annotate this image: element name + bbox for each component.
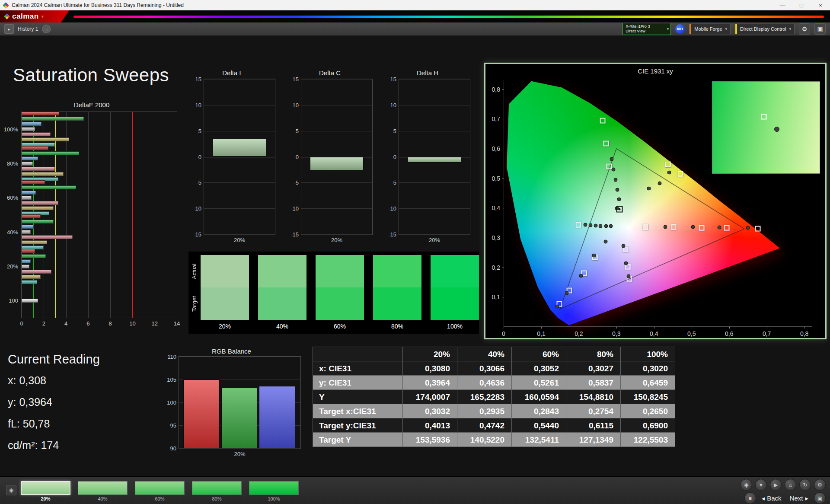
level-swatch bbox=[135, 481, 185, 495]
bar bbox=[22, 235, 73, 239]
rgb-balance-chart: RGB Balance 110105100959020% bbox=[161, 348, 302, 461]
table-cell: 122,5503 bbox=[621, 433, 675, 447]
measurement-dot bbox=[616, 188, 619, 191]
measurement-dot bbox=[579, 274, 583, 278]
x-tick-label: 10 bbox=[129, 320, 135, 327]
bar bbox=[22, 156, 38, 160]
bar bbox=[22, 162, 33, 166]
source-selector[interactable]: Mobile Forge ▾ bbox=[689, 24, 731, 34]
table-row: Target Y153,5936140,5220132,5411127,1349… bbox=[313, 433, 675, 447]
display-icon: ▣ bbox=[817, 495, 822, 501]
column-header: 80% bbox=[566, 347, 621, 361]
filter-button[interactable]: ▼ bbox=[755, 479, 767, 491]
measurement-dot bbox=[611, 168, 615, 172]
table-row: y: CIE310,39640,46360,52610,58370,6459 bbox=[313, 376, 675, 390]
target-row-label: Target bbox=[191, 287, 200, 320]
current-reading-title: Current Reading bbox=[8, 352, 100, 367]
bar bbox=[22, 201, 58, 205]
x-tick-label: 0,1 bbox=[537, 330, 545, 337]
stop-button[interactable]: ■ bbox=[744, 492, 756, 504]
display-button[interactable]: ▣ bbox=[814, 492, 826, 504]
next-button[interactable]: Next ▸ bbox=[787, 494, 811, 502]
saturation-level-button[interactable]: 40% bbox=[78, 481, 128, 501]
calman-menu-button[interactable]: calman ▾ bbox=[0, 10, 69, 22]
gridline bbox=[301, 234, 372, 235]
measurement-dot bbox=[667, 170, 671, 174]
y-tick-label: 95 bbox=[170, 422, 176, 429]
swatch-column: 60% bbox=[316, 255, 364, 334]
y-tick-label: 5 bbox=[198, 128, 201, 134]
measurement-dot bbox=[718, 225, 721, 229]
y-tick-label: 0,3 bbox=[492, 234, 500, 241]
saturation-level-button[interactable]: 60% bbox=[135, 481, 185, 501]
x-tick-label: 6 bbox=[86, 320, 89, 327]
eye-button[interactable]: ◉ bbox=[741, 479, 752, 491]
chart-title: RGB Balance bbox=[161, 348, 302, 355]
next-arrow-icon: ▸ bbox=[805, 494, 808, 502]
table-cell: 0,3964 bbox=[403, 376, 457, 390]
x-tick-label: 0,4 bbox=[650, 330, 658, 337]
refresh-button[interactable]: ↻ bbox=[799, 479, 811, 491]
saturation-level-button[interactable]: 20% bbox=[21, 481, 70, 501]
settings-button[interactable]: ⚙ bbox=[799, 23, 810, 35]
colorspace-badge[interactable]: 601 bbox=[675, 24, 685, 34]
panel-toggle-button[interactable]: ▸ bbox=[4, 24, 14, 34]
gridline bbox=[110, 112, 111, 318]
meter-selector[interactable]: X-Rite i1Pro 3 Direct View ▾ bbox=[622, 23, 671, 35]
history-tab[interactable]: History 1 bbox=[18, 26, 38, 32]
y-tick-label: -5 bbox=[196, 179, 201, 186]
delta-c-plot-area: 151050-5-10-1520% bbox=[301, 79, 373, 235]
table-cell: 0,3032 bbox=[403, 404, 457, 418]
tick-mark bbox=[579, 327, 579, 329]
maximize-button[interactable]: □ bbox=[792, 0, 811, 10]
footer-nav-row: ■ ◂ Back Next ▸ ▣ bbox=[741, 492, 826, 504]
swatch-column: 80% bbox=[373, 255, 421, 334]
swatch-label: 40% bbox=[258, 323, 306, 330]
table-cell: 154,8810 bbox=[566, 390, 621, 404]
y-tick-label: 0,7 bbox=[492, 115, 500, 122]
display-control-selector[interactable]: Direct Display Control ▾ bbox=[735, 24, 795, 34]
measurement-dot bbox=[658, 181, 661, 185]
bar bbox=[22, 137, 69, 141]
saturation-level-button[interactable]: 100% bbox=[249, 481, 299, 501]
x-tick-label: 0,2 bbox=[575, 330, 583, 337]
table-cell: 150,8245 bbox=[621, 390, 675, 404]
back-button[interactable]: ◂ Back bbox=[759, 494, 784, 502]
gridline bbox=[204, 131, 275, 131]
level-label: 100% bbox=[249, 496, 299, 501]
x-tick-label: 8 bbox=[109, 320, 112, 327]
measurement-dot bbox=[604, 224, 608, 228]
table-cell: 165,2283 bbox=[457, 390, 512, 404]
history-forward-button[interactable]: → bbox=[42, 25, 51, 33]
bar bbox=[22, 249, 35, 253]
table-cell: 0,3080 bbox=[403, 361, 457, 376]
swatch-grid: 20%40%60%80%100% bbox=[201, 255, 479, 334]
saturation-level-button[interactable]: 80% bbox=[192, 481, 242, 501]
y-tick-label: -5 bbox=[391, 179, 396, 186]
home-button[interactable]: ⌂ bbox=[785, 479, 796, 491]
delta-c-chart: Delta C 151050-5-10-1520% bbox=[286, 69, 374, 246]
close-button[interactable]: × bbox=[811, 0, 830, 10]
bar bbox=[22, 206, 54, 210]
bar bbox=[22, 127, 35, 131]
bar bbox=[22, 196, 32, 200]
measurement-dot bbox=[592, 254, 596, 258]
next-label: Next bbox=[790, 494, 803, 502]
y-tick-label: -10 bbox=[193, 205, 201, 212]
settings-button[interactable]: ⚙ bbox=[814, 479, 826, 491]
y-tick-label: 0,8 bbox=[492, 86, 500, 93]
preview-eye-button[interactable]: ◉ bbox=[6, 485, 16, 495]
saturation-level-strip: 20%40%60%80%100% bbox=[21, 481, 299, 501]
app-icon bbox=[3, 2, 9, 9]
display-button[interactable]: ▣ bbox=[814, 23, 826, 35]
table-cell: 0,4742 bbox=[457, 418, 512, 433]
bar bbox=[408, 157, 462, 163]
table-cell: 0,5440 bbox=[512, 418, 566, 433]
play-button[interactable]: ▶ bbox=[770, 479, 782, 491]
tick-mark bbox=[654, 327, 654, 329]
group-label: 80% bbox=[7, 160, 18, 167]
y-tick-label: 100 bbox=[167, 399, 176, 406]
measurement-dot bbox=[603, 239, 607, 243]
gridline bbox=[204, 157, 275, 157]
minimize-button[interactable]: — bbox=[773, 0, 792, 10]
